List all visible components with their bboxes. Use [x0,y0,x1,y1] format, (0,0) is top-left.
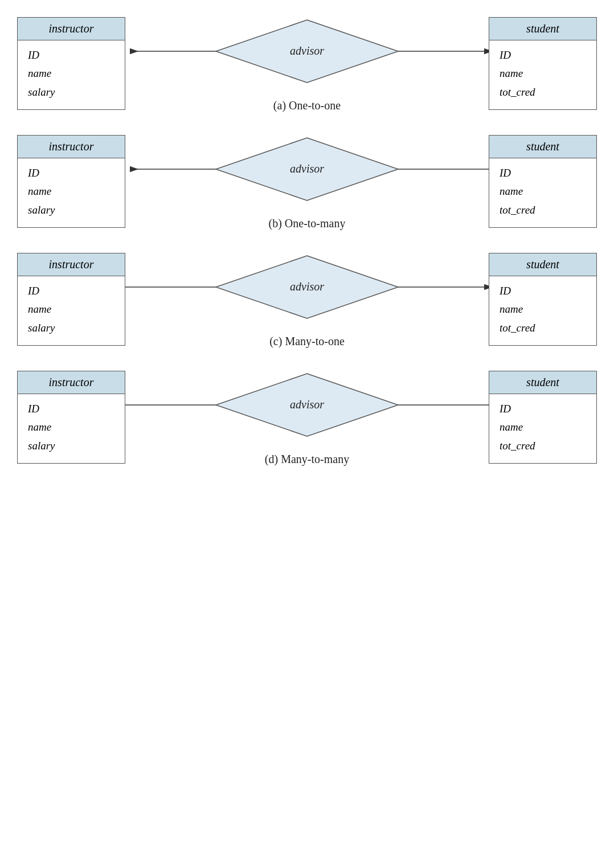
right-entity-header: student [489,253,596,276]
right-attr: name [500,64,586,83]
right-entity-box: student IDnametot_cred [489,17,597,110]
right-entity-wrapper: student IDnametot_cred [489,17,597,110]
left-attr: salary [28,437,114,455]
right-entity-box: student IDnametot_cred [489,371,597,464]
left-attr: ID [28,46,114,64]
left-attr: salary [28,319,114,337]
right-attr: tot_cred [500,83,586,101]
right-entity-wrapper: student IDnametot_cred [489,371,597,464]
left-entity-wrapper: instructor IDnamesalary [17,253,125,346]
right-attr: name [500,182,586,200]
diagram-caption: (a) One-to-one [273,99,341,112]
left-entity-wrapper: instructor IDnamesalary [17,17,125,110]
right-attr: ID [500,46,586,64]
right-attr: name [500,300,586,318]
right-attr: tot_cred [500,319,586,337]
left-entity-wrapper: instructor IDnamesalary [17,371,125,464]
diagram-caption: (d) Many-to-many [265,453,349,466]
relationship-label: advisor [290,398,324,411]
diagram-row: instructor IDnamesalary advisor [17,17,597,97]
right-entity-header: student [489,371,596,394]
diagram-one-to-many: instructor IDnamesalary advisor [11,135,603,230]
right-entity-body: IDnametot_cred [489,40,596,109]
right-attr: tot_cred [500,437,586,455]
diagram-many-to-many: instructor IDnamesalary advisor [11,371,603,466]
diagram-row: instructor IDnamesalary advisor [17,253,597,333]
right-attr: name [500,418,586,436]
left-entity-header: instructor [18,253,125,276]
right-entity-body: IDnametot_cred [489,394,596,463]
diagram-row: instructor IDnamesalary advisor [17,135,597,215]
right-entity-box: student IDnametot_cred [489,253,597,346]
left-entity-box: instructor IDnamesalary [17,135,125,228]
left-entity-header: instructor [18,371,125,394]
right-attr: tot_cred [500,201,586,219]
right-entity-header: student [489,18,596,40]
left-entity-box: instructor IDnamesalary [17,371,125,464]
right-entity-box: student IDnametot_cred [489,135,597,228]
left-attr: name [28,182,114,200]
left-entity-header: instructor [18,136,125,158]
left-entity-body: IDnamesalary [18,276,125,345]
left-attr: salary [28,83,114,101]
diagram-many-to-one: instructor IDnamesalary advisor [11,253,603,348]
left-entity-wrapper: instructor IDnamesalary [17,135,125,228]
diagram-caption: (c) Many-to-one [269,335,345,348]
diagram-one-to-one: instructor IDnamesalary advisor [11,17,603,112]
left-entity-box: instructor IDnamesalary [17,17,125,110]
left-entity-box: instructor IDnamesalary [17,253,125,346]
right-attr: ID [500,164,586,182]
right-attr: ID [500,282,586,300]
left-entity-body: IDnamesalary [18,394,125,463]
right-entity-wrapper: student IDnametot_cred [489,253,597,346]
left-entity-body: IDnamesalary [18,40,125,109]
right-entity-body: IDnametot_cred [489,158,596,227]
right-entity-wrapper: student IDnametot_cred [489,135,597,228]
right-attr: ID [500,400,586,418]
left-attr: name [28,418,114,436]
relationship-label: advisor [290,44,324,57]
left-attr: ID [28,164,114,182]
left-attr: ID [28,282,114,300]
left-entity-header: instructor [18,18,125,40]
right-entity-body: IDnametot_cred [489,276,596,345]
left-attr: ID [28,400,114,418]
left-attr: salary [28,201,114,219]
relationship-label: advisor [290,280,324,293]
left-entity-body: IDnamesalary [18,158,125,227]
diagram-caption: (b) One-to-many [269,217,346,230]
left-attr: name [28,300,114,318]
relationship-label: advisor [290,162,324,175]
diagram-row: instructor IDnamesalary advisor [17,371,597,451]
left-attr: name [28,64,114,83]
right-entity-header: student [489,136,596,158]
